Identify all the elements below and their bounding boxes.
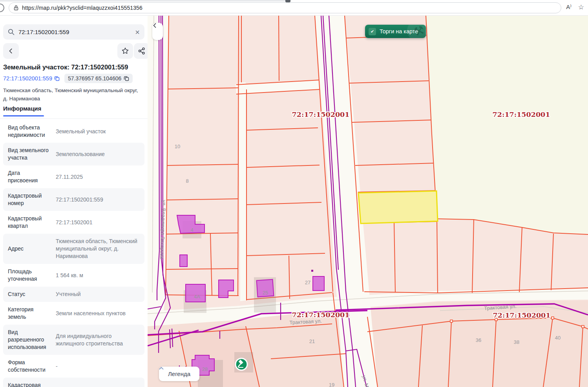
table-row: Вид земельного участка Землепользование: [3, 143, 144, 165]
table-row: Категория земель Земли населенных пункто…: [3, 302, 144, 325]
quarter-label: 72:17:1502001: [292, 111, 350, 118]
star-icon: [121, 47, 129, 55]
clear-search-icon[interactable]: ×: [135, 28, 140, 36]
info-table: Вид объекта недвижимости Земельный участ…: [0, 120, 148, 387]
row-label: Вид земельного участка: [8, 147, 51, 162]
quarter-label: 72:17:1502001: [292, 311, 350, 319]
checkbox-checked-icon: ✔: [369, 28, 376, 35]
row-label: Статус: [8, 291, 51, 298]
empty-quarter-area: [426, 16, 588, 234]
row-value: Землепользование: [56, 151, 141, 158]
table-row: Кадастровая: [3, 378, 144, 387]
chevron-left-icon: [8, 48, 14, 54]
row-value: Для индивидуального жилищного строительс…: [56, 332, 141, 347]
parcel-number: 28: [202, 366, 208, 372]
search-input[interactable]: [18, 29, 131, 35]
row-value: 72:17:1502001: [56, 219, 141, 226]
url-text: https://map.ru/pkk?ysclid=mlaquzzxoi4155…: [22, 5, 142, 11]
row-label: Категория земель: [8, 306, 51, 321]
cadastral-number-link[interactable]: 72:17:1502001:559: [3, 75, 60, 82]
row-label: Дата присвоения: [8, 169, 51, 184]
divider: [0, 118, 148, 119]
coordinates-text: 57.376957 65.104606: [68, 75, 121, 82]
row-value: 27.11.2025: [56, 173, 141, 181]
identifier-row: 72:17:1502001:559 57.376957 65.104606: [3, 74, 133, 83]
chevron-left-icon: [152, 23, 157, 28]
row-value: Тюменская область, Тюменский муниципальн…: [56, 238, 141, 260]
table-row: Площадь уточненная 1 564 кв. м: [3, 264, 144, 287]
row-label: Вид разрешенного использования: [8, 329, 51, 351]
selected-parcel[interactable]: [358, 191, 438, 223]
row-value: 72:17:1502001:559: [56, 196, 141, 203]
favorite-button[interactable]: [117, 43, 133, 59]
row-label: Вид объекта недвижимости: [8, 124, 51, 139]
parcel-number: 8: [186, 178, 188, 184]
parcel-number: 27: [305, 280, 310, 285]
browser-toolbar: https://map.ru/pkk?ysclid=mlaquzzxoi4155…: [0, 0, 588, 16]
parcel-number: 25: [263, 290, 268, 296]
copy-icon[interactable]: [124, 76, 129, 81]
auction-marker[interactable]: [235, 358, 248, 371]
table-row: Дата присвоения 27.11.2025: [3, 165, 144, 188]
row-label: Кадастровая: [8, 382, 51, 387]
row-value: -: [56, 363, 141, 370]
copy-icon[interactable]: [54, 76, 60, 81]
row-label: Кадастровый номер: [8, 192, 51, 207]
parcel-number: 19: [329, 382, 334, 387]
table-row: Кадастровый номер 72:17:1502001:559: [3, 188, 144, 211]
parcel-number: 10: [175, 144, 180, 149]
table-row: Адрес Тюменская область, Тюменский муниц…: [3, 234, 144, 264]
torgi-toggle-button[interactable]: ⚒ ✔ Торги на карте: [365, 25, 426, 38]
map-canvas[interactable]: 72:17:1502001 72:17:1502001 72:17:150200…: [148, 16, 588, 387]
parcel-number: 38: [514, 339, 519, 345]
tab-active-underline: [3, 115, 44, 116]
table-row: Форма собственности -: [3, 355, 144, 378]
table-row: Вид разрешенного использования Для индив…: [3, 325, 144, 355]
row-label: Кадастровый квартал: [8, 215, 51, 230]
row-label: Форма собственности: [8, 359, 51, 374]
page-title: Земельный участок: 72:17:1502001:559: [3, 64, 128, 71]
favorite-page-icon[interactable]: ☆: [578, 3, 584, 11]
parcel-number: 4: [190, 227, 193, 233]
table-row: Вид объекта недвижимости Земельный участ…: [3, 120, 144, 143]
tab-strip: [0, 0, 290, 2]
chevron-up-icon: [159, 367, 164, 370]
parcel-number: 4А: [194, 294, 200, 300]
quarter-label: 72:17:1502001: [493, 111, 550, 118]
info-sidebar: × Земельный участок: 72:17:1502001:559 7…: [0, 16, 148, 387]
cadastral-number-text: 72:17:1502001:559: [3, 75, 52, 82]
parcel-number: 40: [555, 335, 561, 341]
share-button[interactable]: [134, 43, 148, 59]
read-aloud-icon[interactable]: A⁾: [566, 4, 572, 11]
row-value: Учтенный: [56, 291, 141, 298]
row-value: 1 564 кв. м: [56, 272, 141, 279]
tab-information-label: Информация: [3, 105, 41, 115]
address-bar[interactable]: https://map.ru/pkk?ysclid=mlaquzzxoi4155…: [9, 2, 561, 13]
cadastral-map[interactable]: 72:17:1502001 72:17:1502001 72:17:150200…: [148, 16, 588, 387]
utility-node: [311, 270, 313, 272]
parcel-number: 36: [476, 337, 481, 343]
tab-information[interactable]: Информация: [3, 105, 44, 116]
row-value: Земельный участок: [56, 128, 141, 135]
legend-button-label: Легенда: [168, 371, 190, 377]
legend-button[interactable]: Легенда: [159, 367, 199, 381]
row-label: Адрес: [8, 245, 51, 253]
table-row: Кадастровый квартал 72:17:1502001: [3, 211, 144, 234]
lock-icon: [14, 5, 18, 11]
back-button[interactable]: [3, 43, 19, 59]
parcel-number: 21: [309, 338, 315, 344]
coordinates-chip[interactable]: 57.376957 65.104606: [64, 74, 133, 83]
reload-icon[interactable]: [0, 4, 4, 12]
quarter-label: 72:17:1502001: [493, 311, 551, 319]
share-icon: [138, 47, 146, 55]
object-address: Тюменская область, Тюменский муниципальн…: [3, 87, 144, 103]
row-value: Земли населенных пунктов: [56, 310, 141, 317]
table-row: Статус Учтенный: [3, 287, 144, 302]
sidebar-collapse-button[interactable]: [152, 23, 163, 40]
search-icon: [8, 29, 15, 35]
search-box[interactable]: ×: [3, 24, 144, 40]
row-label: Площадь уточненная: [8, 268, 51, 283]
